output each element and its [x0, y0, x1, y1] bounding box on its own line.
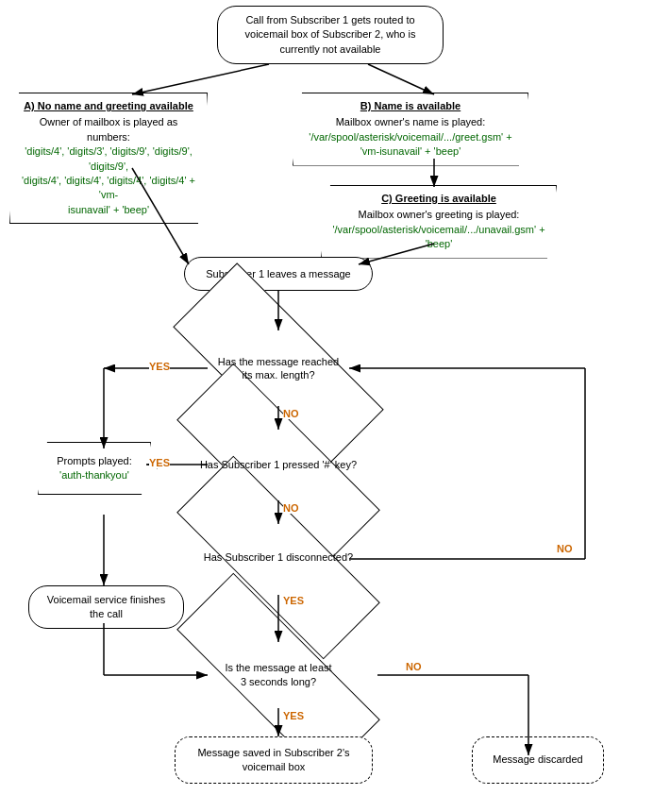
diamond2-yes-label: YES [149, 457, 170, 468]
box-c-title: C) Greeting is available [329, 192, 548, 206]
diamond4-no-label: NO [406, 661, 422, 672]
diamond4-yes-label: YES [283, 710, 304, 721]
message-discarded-label: Message discarded [493, 753, 582, 767]
box-b-title: B) Name is available [309, 99, 511, 113]
message-saved-label: Message saved in Subscriber 2's voicemai… [185, 746, 362, 775]
start-label: Call from Subscriber 1 gets routed to vo… [227, 13, 433, 57]
diamond1-yes-label: YES [149, 361, 170, 372]
diamond3-no-label: NO [557, 543, 573, 554]
start-node: Call from Subscriber 1 gets routed to vo… [217, 6, 444, 64]
svg-line-1 [132, 64, 269, 94]
prompts-node: Prompts played:'auth-thankyou' [38, 442, 151, 495]
diamond4-node: Is the message at least3 seconds long? [175, 634, 382, 715]
message-discarded-node: Message discarded [472, 736, 604, 784]
finish-label: Voicemail service finishes the call [39, 593, 174, 622]
box-c: C) Greeting is available Mailbox owner's… [321, 185, 557, 259]
box-b-body: Mailbox owner's name is played: '/var/sp… [309, 115, 511, 159]
prompts-label: Prompts played:'auth-thankyou' [57, 454, 131, 483]
finish-node: Voicemail service finishes the call [28, 585, 184, 629]
message-saved-node: Message saved in Subscriber 2's voicemai… [175, 736, 373, 784]
box-a: A) No name and greeting available Owner … [9, 93, 208, 224]
box-a-title: A) No name and greeting available [18, 99, 199, 113]
box-c-body: Mailbox owner's greeting is played: '/va… [329, 208, 548, 251]
diamond2-no-label: NO [283, 502, 299, 514]
flowchart-diagram: Call from Subscriber 1 gets routed to vo… [0, 0, 670, 812]
box-b: B) Name is available Mailbox owner's nam… [293, 93, 528, 166]
diamond2-text: Has Subscriber 1 pressed '#' key? [196, 454, 360, 475]
diamond4-text: Is the message at least3 seconds long? [221, 657, 335, 692]
diamond3-text: Has Subscriber 1 disconnected? [200, 547, 357, 567]
diamond3-node: Has Subscriber 1 disconnected? [175, 517, 382, 598]
svg-line-2 [368, 64, 434, 94]
diamond1-text: Has the message reachedits max. length? [214, 351, 343, 386]
diamond1-no-label: NO [283, 408, 299, 419]
diamond3-yes-label: YES [283, 595, 304, 606]
box-a-body: Owner of mailbox is played as numbers: '… [18, 115, 199, 217]
